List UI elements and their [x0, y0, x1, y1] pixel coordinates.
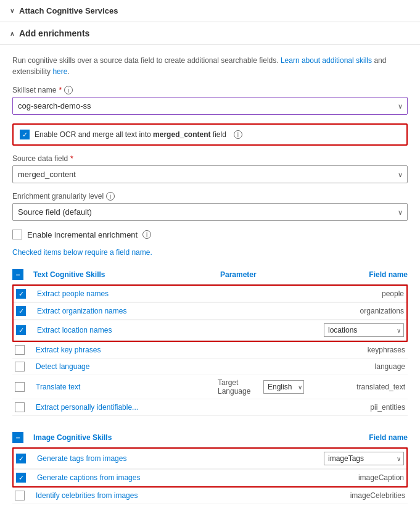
skill-row-imagetags: Generate tags from images imageTags ∨: [14, 449, 406, 469]
language-field-value: language: [307, 362, 405, 371]
language-checkbox[interactable]: [15, 362, 25, 372]
checked-note: Checked items below require a field name…: [12, 248, 408, 257]
image-skills-header-checkbox[interactable]: [12, 432, 23, 443]
translate-param: Target Language English ∨: [218, 378, 304, 396]
translate-checkbox[interactable]: [15, 382, 25, 392]
incremental-label: Enable incremental enrichment: [27, 230, 138, 239]
enrichments-content: Run cognitive skills over a source data …: [0, 45, 420, 514]
add-enrichments-title: Add enrichments: [19, 28, 89, 38]
celebrities-checkbox[interactable]: [15, 491, 25, 500]
location-skill-name: Extract location names: [37, 326, 233, 334]
text-skills-header-row: Text Cognitive Skills Parameter Field na…: [12, 265, 408, 284]
org-checkbox[interactable]: [16, 306, 26, 316]
org-field-value: organizations: [305, 307, 404, 315]
pii-checkbox[interactable]: [15, 402, 25, 412]
skillset-select[interactable]: cog-search-demo-ss: [12, 97, 408, 115]
org-skill-name: Extract organization names: [37, 307, 214, 315]
image-skills-header-row: Image Cognitive Skills Field name: [12, 428, 408, 447]
skill-row-translate: Translate text Target Language English ∨…: [12, 375, 408, 399]
skill-row-celebrities: Identify celebrities from images imageCe…: [12, 488, 408, 504]
incremental-row: Enable incremental enrichment i: [12, 230, 408, 239]
imagetags-checkbox[interactable]: [16, 454, 26, 463]
image-skills-section: Image Cognitive Skills Field name Genera…: [12, 428, 408, 504]
pii-skill-name: Extract personally identifiable...: [36, 403, 215, 412]
skill-row-language: Detect language language: [12, 359, 408, 375]
text-skills-col-header: Text Cognitive Skills: [33, 270, 218, 279]
language-skill-name: Detect language: [36, 362, 215, 371]
imagecaption-checkbox[interactable]: [16, 473, 26, 483]
image-skills-col-header: Image Cognitive Skills: [33, 433, 218, 442]
attach-cognitive-services-header[interactable]: ∨ Attach Cognitive Services: [0, 0, 420, 22]
incremental-info-icon[interactable]: i: [142, 230, 151, 239]
keyphrases-skill-name: Extract key phrases: [36, 346, 215, 354]
skillset-label: Skillset name * i: [12, 86, 408, 94]
people-field-value: people: [305, 289, 404, 298]
description-text: Run cognitive skills over a source data …: [12, 55, 408, 77]
skill-row-pii: Extract personally identifiable... pii_e…: [12, 399, 408, 416]
imagetags-field-dropdown-wrapper: imageTags ∨: [324, 452, 404, 465]
text-skills-header-checkbox[interactable]: [12, 269, 23, 280]
translate-field-value: translated_text: [307, 383, 405, 391]
people-skill-name: Extract people names: [37, 289, 214, 298]
translate-skill-name: Translate text: [36, 383, 215, 391]
highlighted-image-skills-group: Generate tags from images imageTags ∨ Ge…: [12, 447, 408, 488]
text-skills-table: Text Cognitive Skills Parameter Field na…: [12, 265, 408, 416]
celebrities-field-value: imageCelebrities: [307, 491, 405, 500]
imagecaption-skill-name: Generate captions from images: [37, 473, 214, 482]
add-enrichments-header[interactable]: ∧ Add enrichments: [0, 22, 420, 45]
highlighted-text-skills-group: Extract people names people Extract orga…: [12, 284, 408, 342]
target-language-dropdown-wrapper: English ∨: [263, 380, 304, 394]
source-data-label: Source data field *: [12, 154, 408, 163]
ocr-info-icon[interactable]: i: [234, 130, 242, 139]
imagetags-skill-name: Generate tags from images: [37, 454, 233, 463]
granularity-label: Enrichment granularity level i: [12, 192, 408, 201]
source-data-select-wrapper: merged_content ∨: [12, 165, 408, 183]
location-checkbox[interactable]: [16, 325, 26, 335]
celebrities-skill-name: Identify celebrities from images: [36, 491, 215, 500]
text-field-col-header: Field name: [309, 270, 408, 279]
imagetags-field-select[interactable]: imageTags: [324, 452, 404, 465]
target-language-label: Target Language: [218, 378, 261, 396]
granularity-select[interactable]: Source field (default): [12, 203, 408, 221]
source-data-select[interactable]: merged_content: [12, 165, 408, 183]
header-title: Attach Cognitive Services: [19, 6, 118, 15]
keyphrases-field-value: keyphrases: [307, 346, 405, 354]
people-checkbox[interactable]: [16, 289, 26, 299]
ocr-box: Enable OCR and merge all text into merge…: [12, 123, 408, 146]
skillset-select-wrapper: cog-search-demo-ss ∨: [12, 97, 408, 115]
granularity-select-wrapper: Source field (default) ∨: [12, 203, 408, 221]
skillset-info-icon[interactable]: i: [64, 86, 73, 94]
learn-link[interactable]: Learn about additional skills: [281, 56, 372, 65]
incremental-checkbox[interactable]: [12, 230, 22, 239]
text-param-col-header: Parameter: [220, 270, 307, 279]
location-field-select[interactable]: locations: [324, 323, 404, 337]
skill-row-org: Extract organization names organizations: [14, 302, 406, 320]
image-field-col-header: Field name: [309, 433, 408, 442]
here-link[interactable]: here: [52, 67, 67, 76]
skill-row-people: Extract people names people: [14, 286, 406, 302]
pii-field-value: pii_entities: [307, 403, 405, 412]
expand-chevron: ∧: [10, 30, 14, 37]
ocr-text: Enable OCR and merge all text into merge…: [35, 130, 226, 139]
location-field-dropdown-wrapper: locations ∨: [324, 323, 404, 337]
granularity-info-icon[interactable]: i: [106, 192, 115, 201]
collapse-chevron: ∨: [10, 7, 14, 14]
source-required-star: *: [70, 154, 73, 163]
skill-row-imagecaption: Generate captions from images imageCapti…: [14, 469, 406, 486]
keyphrases-checkbox[interactable]: [15, 345, 25, 355]
ocr-checkbox[interactable]: [20, 130, 30, 139]
target-language-select[interactable]: English: [263, 380, 304, 394]
skill-row-location: Extract location names locations ∨: [14, 320, 406, 341]
required-star: *: [59, 86, 62, 94]
imagecaption-field-value: imageCaption: [305, 473, 404, 482]
skill-row-keyphrases: Extract key phrases keyphrases: [12, 342, 408, 359]
